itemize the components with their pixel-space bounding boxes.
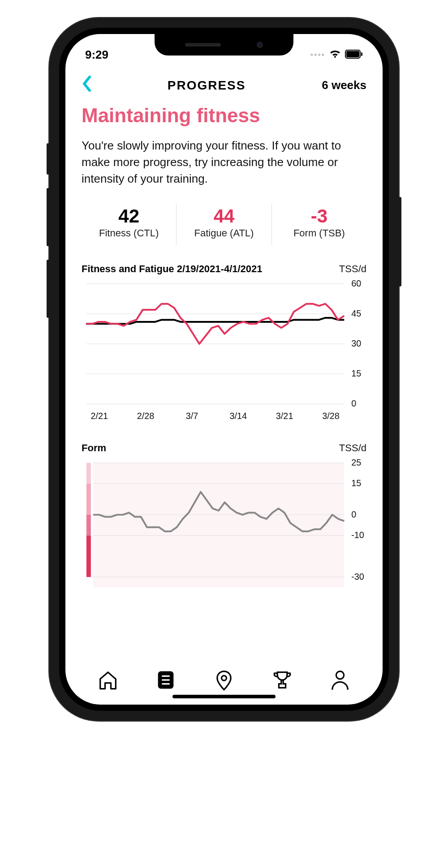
volume-up-button bbox=[47, 188, 49, 246]
svg-text:-30: -30 bbox=[351, 572, 364, 582]
stat-fatigue: 44 Fatigue (ATL) bbox=[176, 203, 271, 245]
tab-location[interactable] bbox=[212, 668, 236, 692]
stat-value: 44 bbox=[177, 206, 271, 227]
svg-text:3/14: 3/14 bbox=[229, 411, 247, 421]
svg-text:60: 60 bbox=[351, 279, 361, 288]
status-time: 9:29 bbox=[85, 48, 108, 62]
tab-profile[interactable] bbox=[328, 668, 352, 692]
chart-unit: TSS/d bbox=[339, 263, 366, 275]
range-selector[interactable]: 6 weeks bbox=[322, 78, 366, 92]
svg-text:2/28: 2/28 bbox=[137, 411, 155, 421]
chart-canvas: 0153045602/212/283/73/143/213/28 bbox=[82, 279, 366, 426]
svg-text:0: 0 bbox=[351, 509, 356, 519]
tab-trophy[interactable] bbox=[271, 668, 294, 692]
description: You're slowly improving your fitness. If… bbox=[82, 137, 366, 187]
svg-text:15: 15 bbox=[351, 368, 361, 378]
stat-value: 42 bbox=[82, 206, 176, 227]
chart-title: Fitness and Fatigue 2/19/2021-4/1/2021 bbox=[82, 263, 263, 275]
stat-fitness: 42 Fitness (CTL) bbox=[82, 203, 176, 245]
svg-point-38 bbox=[222, 676, 227, 680]
chart-unit: TSS/d bbox=[339, 442, 366, 454]
back-button[interactable] bbox=[82, 75, 91, 95]
stat-value: -3 bbox=[272, 206, 366, 227]
wifi-icon bbox=[329, 48, 341, 62]
stat-form: -3 Form (TSB) bbox=[271, 203, 366, 245]
cellular-icon: •••• bbox=[310, 50, 325, 60]
chart-canvas: -30-1001525 bbox=[82, 458, 366, 592]
stat-label: Form (TSB) bbox=[272, 227, 366, 239]
content: Maintaining fitness You're slowly improv… bbox=[65, 101, 383, 655]
svg-text:45: 45 bbox=[351, 308, 361, 318]
volume-down-button bbox=[47, 260, 49, 318]
svg-text:3/28: 3/28 bbox=[322, 411, 340, 421]
svg-rect-19 bbox=[93, 463, 344, 587]
tab-list[interactable] bbox=[154, 668, 177, 692]
svg-text:15: 15 bbox=[351, 478, 361, 488]
stat-label: Fitness (CTL) bbox=[82, 227, 176, 239]
tab-home[interactable] bbox=[96, 668, 120, 692]
battery-icon bbox=[345, 48, 363, 62]
svg-point-39 bbox=[336, 671, 344, 679]
side-button bbox=[47, 143, 49, 175]
nav-bar: PROGRESS 6 weeks bbox=[65, 64, 383, 101]
svg-text:25: 25 bbox=[351, 458, 361, 467]
svg-text:3/7: 3/7 bbox=[186, 411, 198, 421]
svg-rect-1 bbox=[346, 51, 359, 57]
svg-text:30: 30 bbox=[351, 338, 361, 348]
home-indicator[interactable] bbox=[172, 695, 276, 698]
page-title: PROGRESS bbox=[168, 78, 246, 93]
svg-rect-2 bbox=[361, 52, 362, 56]
phone-frame: 9:29 •••• PROGRESS 6 weeks bbox=[49, 18, 399, 721]
screen: 9:29 •••• PROGRESS 6 weeks bbox=[65, 34, 383, 705]
fitness-fatigue-chart[interactable]: Fitness and Fatigue 2/19/2021-4/1/2021 T… bbox=[82, 263, 366, 426]
svg-text:0: 0 bbox=[351, 398, 356, 408]
stats-row: 42 Fitness (CTL) 44 Fatigue (ATL) -3 For… bbox=[82, 203, 366, 245]
svg-text:2/21: 2/21 bbox=[90, 411, 108, 421]
headline: Maintaining fitness bbox=[82, 104, 366, 127]
chart-title: Form bbox=[82, 442, 106, 454]
form-chart[interactable]: Form TSS/d -30-1001525 bbox=[82, 442, 366, 592]
svg-text:-10: -10 bbox=[351, 530, 364, 540]
stat-label: Fatigue (ATL) bbox=[177, 227, 271, 239]
notch bbox=[155, 34, 293, 56]
power-button bbox=[399, 197, 401, 286]
svg-text:3/21: 3/21 bbox=[276, 411, 293, 421]
